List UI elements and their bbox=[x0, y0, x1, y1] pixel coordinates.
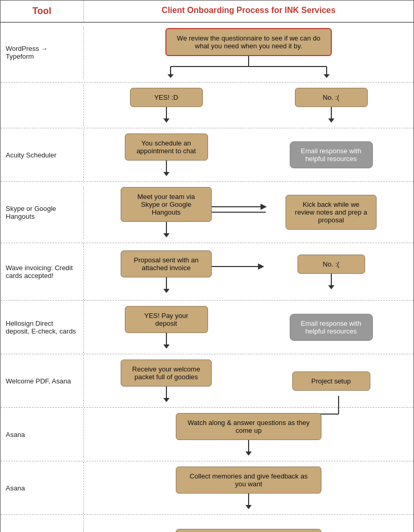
kickback-text: Kick back while we review notes and prep… bbox=[295, 201, 367, 224]
tool-label-skype: Skype or Google Hangouts bbox=[6, 205, 78, 220]
no-label-1: No. :( bbox=[323, 94, 340, 101]
proposal-arrow-down bbox=[161, 277, 172, 293]
welcome-packet-text: Receive your welcome packet full of good… bbox=[132, 365, 200, 381]
svg-marker-11 bbox=[163, 172, 170, 176]
row-wave: Wave invoicing: Credit cards accepted! P… bbox=[1, 243, 413, 301]
flow-cell-wave: Proposal sent with an attached invoice N… bbox=[84, 243, 413, 300]
tool-cell-wave: Wave invoicing: Credit cards accepted! bbox=[1, 243, 84, 300]
svg-marker-9 bbox=[328, 118, 334, 123]
tool-cell-asana2: Asana bbox=[1, 462, 84, 514]
welcome-packet-box: Receive your welcome packet full of good… bbox=[121, 360, 212, 387]
row-asana2: Asana Collect memories and give feedback… bbox=[1, 461, 413, 515]
tool-cell-hellosign: Hellosign Direct deposit, E-check, cards bbox=[1, 301, 84, 353]
tool-label-hellosign: Hellosign Direct deposit, E-check, cards bbox=[6, 320, 78, 335]
main-title: Client Onboarding Process for INK Servic… bbox=[84, 1, 413, 22]
flow-cell-acuity: You schedule an appointment to chat Emai… bbox=[84, 128, 413, 181]
row-yes-no: YES! :D No. :( bbox=[1, 83, 413, 128]
tool-column-header: Tool bbox=[1, 1, 84, 22]
watch-along-box: Watch along & answer questions as they c… bbox=[176, 413, 321, 440]
schedule-box: You schedule an appointment to chat bbox=[125, 134, 208, 161]
tool-cell-questionnaire: WordPress →Typeform bbox=[1, 26, 84, 78]
row-final: Wave invoicing Email Make final payment,… bbox=[1, 515, 413, 532]
proposal-box: Proposal sent with an attached invoice bbox=[121, 250, 212, 277]
no-box-2: No. :( bbox=[297, 255, 365, 274]
tool-cell-acuity: Acuity Scheduler bbox=[1, 129, 84, 181]
tool-label-wordpress: WordPress →Typeform bbox=[6, 45, 48, 60]
skype-meeting-text: Meet your team via Skype or Google Hango… bbox=[137, 193, 195, 216]
flow-cell-asana2: Collect memories and give feedback as yo… bbox=[84, 461, 413, 514]
questionnaire-text: We review the questionnaire to see if we… bbox=[177, 34, 320, 50]
skype-meeting-box: Meet your team via Skype or Google Hango… bbox=[121, 187, 212, 222]
svg-marker-19 bbox=[163, 289, 170, 293]
schedule-arrow bbox=[161, 161, 172, 176]
svg-marker-21 bbox=[328, 285, 334, 289]
email-response-text-2: Email response with helpful resources bbox=[301, 320, 361, 335]
row-hellosign: Hellosign Direct deposit, E-check, cards… bbox=[1, 301, 413, 354]
svg-marker-3 bbox=[167, 74, 174, 78]
project-setup-text: Project setup bbox=[312, 377, 351, 385]
flow-cell-hellosign: YES! Pay your deposit Email response wit… bbox=[84, 301, 413, 354]
deposit-box: YES! Pay your deposit bbox=[125, 306, 208, 333]
final-payment-box: Make final payment, Collect final projec… bbox=[176, 529, 321, 533]
svg-marker-35 bbox=[245, 505, 252, 509]
no-arrow-down-2 bbox=[326, 274, 337, 289]
tool-label-asana2: Asana bbox=[6, 484, 25, 492]
svg-marker-27 bbox=[163, 398, 170, 402]
row-acuity: Acuity Scheduler You schedule an appoint… bbox=[1, 128, 413, 182]
collect-memories-text: Collect memories and give feedback as yo… bbox=[190, 472, 308, 488]
questionnaire-box: We review the questionnaire to see if we… bbox=[165, 28, 332, 56]
svg-marker-33 bbox=[245, 451, 252, 456]
project-setup-box: Project setup bbox=[292, 371, 370, 391]
watch-along-text: Watch along & answer questions as they c… bbox=[188, 419, 309, 434]
no-arrow-down bbox=[326, 107, 337, 123]
header-row: Tool Client Onboarding Process for INK S… bbox=[1, 1, 413, 23]
no-label-2: No. :( bbox=[323, 260, 340, 268]
tool-cell-asana1: Asana bbox=[1, 408, 84, 460]
tool-cell-welcome: Welcome PDF, Asana bbox=[1, 355, 84, 407]
row-welcome: Welcome PDF, Asana Receive your welcome … bbox=[1, 354, 413, 408]
flow-cell-final: Make final payment, Collect final projec… bbox=[84, 515, 413, 532]
skype-arrow-down bbox=[161, 222, 172, 237]
no-box-1: No. :( bbox=[295, 88, 368, 107]
svg-marker-7 bbox=[163, 118, 170, 123]
svg-marker-5 bbox=[324, 74, 330, 78]
tool-label-wave: Wave invoicing: Credit cards accepted! bbox=[6, 264, 78, 280]
svg-marker-13 bbox=[163, 233, 170, 237]
flow-cell-asana1: Watch along & answer questions as they c… bbox=[84, 408, 413, 461]
flow-cell-yesno: YES! :D No. :( bbox=[84, 83, 413, 128]
flow-cell-welcome: Receive your welcome packet full of good… bbox=[84, 354, 413, 407]
welcome-arrow-down bbox=[161, 387, 172, 402]
tool-label-acuity: Acuity Scheduler bbox=[6, 151, 57, 159]
collect-memories-box: Collect memories and give feedback as yo… bbox=[176, 467, 321, 494]
diagram-container: Tool Client Onboarding Process for INK S… bbox=[0, 0, 414, 532]
kickback-box: Kick back while we review notes and prep… bbox=[286, 195, 377, 230]
tool-label-welcome: Welcome PDF, Asana bbox=[6, 377, 71, 385]
row-asana1: Asana Watch along & answer questions as … bbox=[1, 408, 413, 461]
yes-box: YES! :D bbox=[130, 88, 203, 107]
yes-label: YES! :D bbox=[154, 94, 178, 101]
flow-cell-questionnaire: We review the questionnaire to see if we… bbox=[84, 23, 413, 82]
split-arrow-svg bbox=[93, 56, 405, 77]
tool-cell-final: Wave invoicing Email bbox=[1, 515, 84, 532]
tool-cell-skype: Skype or Google Hangouts bbox=[1, 187, 84, 238]
svg-marker-25 bbox=[163, 344, 170, 349]
row-questionnaire: WordPress →Typeform We review the questi… bbox=[1, 23, 413, 83]
email-response-box-2: Email response with helpful resources bbox=[290, 314, 373, 341]
tool-cell-yesno bbox=[1, 85, 84, 126]
proposal-text: Proposal sent with an attached invoice bbox=[134, 256, 198, 272]
deposit-text: YES! Pay your deposit bbox=[144, 312, 188, 327]
email-response-text-1: Email response with helpful resources bbox=[301, 147, 361, 163]
deposit-arrow-down bbox=[161, 333, 172, 349]
email-response-box-1: Email response with helpful resources bbox=[290, 141, 373, 168]
memories-arrow-down bbox=[243, 494, 254, 509]
flow-cell-skype: Meet your team via Skype or Google Hango… bbox=[84, 182, 413, 243]
watch-arrow-down bbox=[243, 440, 254, 456]
row-skype: Skype or Google Hangouts Meet your team … bbox=[1, 182, 413, 243]
schedule-text: You schedule an appointment to chat bbox=[136, 139, 196, 155]
tool-label-asana1: Asana bbox=[6, 431, 25, 438]
yes-arrow-down bbox=[161, 107, 172, 123]
